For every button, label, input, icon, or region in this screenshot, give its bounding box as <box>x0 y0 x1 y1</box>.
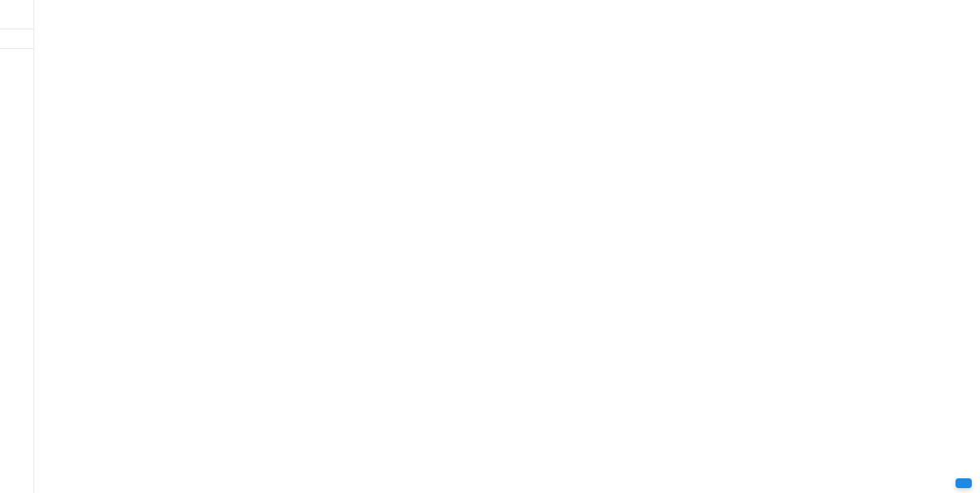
allday-label <box>0 29 33 49</box>
week-number <box>0 0 33 29</box>
time-column <box>0 0 34 493</box>
calendar-week-view <box>0 0 980 493</box>
add-task-button[interactable] <box>956 478 972 488</box>
